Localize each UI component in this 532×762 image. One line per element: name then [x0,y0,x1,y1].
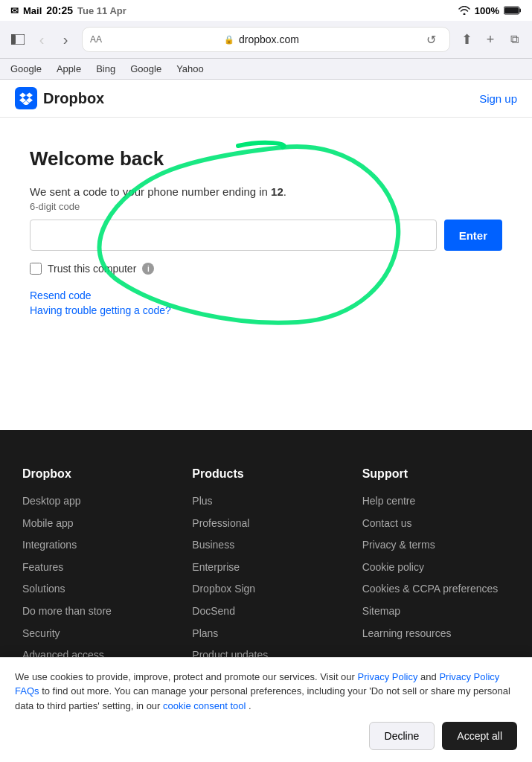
footer-col-dropbox: Dropbox Desktop app Mobile app Integrati… [22,467,170,670]
add-bookmark-button[interactable]: + [480,29,501,50]
footer-link-dropbox-sign[interactable]: Dropbox Sign [192,582,339,597]
footer-link-docsend[interactable]: DocSend [192,604,339,619]
footer-link-learning-resources[interactable]: Learning resources [362,627,510,641]
cookie-tool-link[interactable]: cookie consent tool [163,700,246,711]
battery-label: 100% [475,5,499,16]
mail-icon: ✉ [10,5,19,16]
trouble-link[interactable]: Having trouble getting a code? [30,304,502,316]
code-input[interactable] [30,220,437,251]
footer-link-security[interactable]: Security [22,627,170,641]
status-left: ✉ Mail 20:25 Tue 11 Apr [10,4,126,16]
cookie-text-1: We use cookies to provide, improve, prot… [15,671,358,682]
footer-link-sitemap[interactable]: Sitemap [362,604,510,619]
footer-link-cookie-policy[interactable]: Cookie policy [362,560,510,575]
svg-rect-4 [11,34,16,45]
code-message-text: We sent a code to your phone number endi… [30,185,268,198]
cookie-buttons: Decline Accept all [15,722,517,750]
footer-link-mobile-app[interactable]: Mobile app [22,516,170,531]
battery-icon [504,6,522,15]
wifi-icon [458,6,470,15]
code-ending: 12 [271,185,283,198]
status-bar: ✉ Mail 20:25 Tue 11 Apr 100% [0,0,532,21]
forward-button[interactable]: › [55,29,76,50]
code-message: We sent a code to your phone number endi… [30,185,502,198]
trust-row: Trust this computer i [30,263,502,275]
browser-chrome: ‹ › AA 🔒 dropbox.com ↺ ⬆ + ⧉ [0,21,532,59]
bookmark-bing[interactable]: Bing [96,63,115,74]
footer-grid: Dropbox Desktop app Mobile app Integrati… [22,467,510,670]
svg-rect-2 [504,7,519,13]
share-button[interactable]: ⬆ [456,29,477,50]
footer-link-business[interactable]: Business [192,538,339,553]
url-bar[interactable]: AA 🔒 dropbox.com ↺ [82,27,450,52]
cookie-text: We use cookies to provide, improve, prot… [15,670,517,714]
bookmark-apple[interactable]: Apple [57,63,81,74]
resend-code-link[interactable]: Resend code [30,289,502,301]
bookmark-yahoo[interactable]: Yahoo [176,63,204,74]
code-input-row: Enter [30,220,502,251]
dropbox-name: Dropbox [43,90,104,107]
footer-link-help-centre[interactable]: Help centre [362,494,510,509]
cookie-text-2: to find out more. You can manage your pe… [15,685,510,711]
sidebar-toggle-button[interactable] [7,29,28,50]
reader-view-label: AA [90,34,102,45]
dropbox-logo[interactable]: Dropbox [15,87,104,109]
url-text: dropbox.com [239,33,299,45]
footer-col-products: Products Plus Professional Business Ente… [192,467,339,670]
back-icon: ‹ [39,31,45,48]
back-button[interactable]: ‹ [31,29,52,50]
footer-link-cookies-ccpa[interactable]: Cookies & CCPA preferences [362,582,510,597]
browser-nav: ‹ › [7,29,76,50]
dropbox-navbar: Dropbox Sign up [0,80,532,118]
footer-link-do-more[interactable]: Do more than store [22,604,170,619]
footer-link-solutions[interactable]: Solutions [22,582,170,597]
bookmarks-bar: Google Apple Bing Google Yahoo [0,59,532,80]
footer-col-dropbox-title: Dropbox [22,467,170,481]
tabs-button[interactable]: ⧉ [504,29,525,50]
footer-link-features[interactable]: Features [22,560,170,575]
svg-rect-1 [519,9,521,13]
footer-link-desktop-app[interactable]: Desktop app [22,494,170,509]
footer-link-plus[interactable]: Plus [192,494,339,509]
footer-col-support: Support Help centre Contact us Privacy &… [362,467,510,670]
footer-link-integrations[interactable]: Integrations [22,538,170,553]
bookmark-google1[interactable]: Google [10,63,42,74]
footer-link-privacy-terms[interactable]: Privacy & terms [362,538,510,553]
footer-col-support-title: Support [362,467,510,481]
footer-link-enterprise[interactable]: Enterprise [192,560,339,575]
lock-icon: 🔒 [224,35,234,45]
trust-checkbox[interactable] [30,263,42,275]
footer-link-plans[interactable]: Plans [192,627,339,641]
welcome-section: Welcome back We sent a code to your phon… [15,147,517,316]
cookie-banner: We use cookies to provide, improve, prot… [0,657,532,763]
trust-label: Trust this computer [48,263,136,275]
reload-button[interactable]: ↺ [421,29,442,50]
cookie-period: . [249,700,251,711]
browser-actions: ⬆ + ⧉ [456,29,525,50]
status-date: Tue 11 Apr [77,5,126,16]
privacy-policy-link[interactable]: Privacy Policy [358,671,418,682]
footer-link-contact-us[interactable]: Contact us [362,516,510,531]
sign-up-button[interactable]: Sign up [479,92,517,105]
footer-link-professional[interactable]: Professional [192,516,339,531]
dropbox-icon [15,87,37,109]
code-label: 6-digit code [30,201,502,212]
info-icon: i [142,263,154,275]
forward-icon: › [63,31,68,48]
footer-col-products-title: Products [192,467,339,481]
main-content: Welcome back We sent a code to your phon… [0,118,532,430]
accept-all-button[interactable]: Accept all [442,722,517,750]
welcome-title: Welcome back [30,147,502,170]
mail-label: Mail [23,5,42,16]
status-right: 100% [458,5,522,16]
enter-button[interactable]: Enter [444,220,502,251]
decline-button[interactable]: Decline [369,722,435,750]
status-time: 20:25 [46,4,73,16]
bookmark-google2[interactable]: Google [130,63,161,74]
cookie-and: and [420,671,439,682]
